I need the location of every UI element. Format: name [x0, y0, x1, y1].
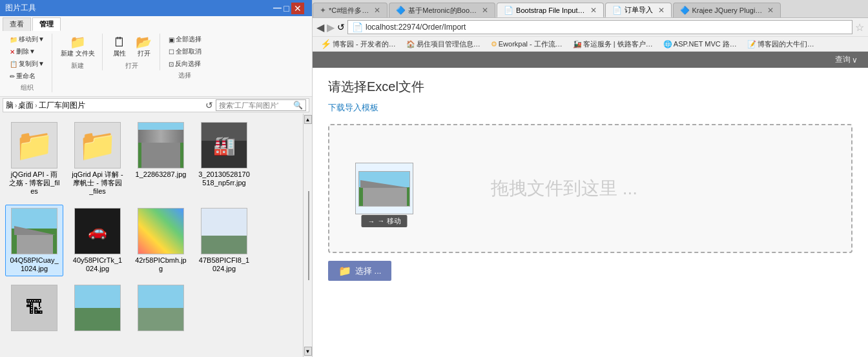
bookmarks-bar: ⚡ 博客园 - 开发者的… 🏠 易住项目管理信息… ⚙ Eworkpal - 工…: [313, 37, 868, 52]
file-name: 1_22863287.jpg: [136, 170, 187, 179]
select-all-button[interactable]: ▣ 全部选择: [165, 34, 205, 45]
file-name: 47B58PICFI8_1024.jpg: [198, 256, 250, 273]
colorful-image: [138, 208, 183, 254]
bookmark-label: 客运服务 | 铁路客户…: [583, 39, 653, 49]
ribbon-group-open: 🗒 属性 📂 打开 打开: [104, 34, 160, 70]
folder-icon: 📁: [15, 127, 54, 163]
maximize-icon[interactable]: □: [284, 3, 289, 14]
picture-tools-label: 图片工具: [5, 3, 36, 14]
search-box: 🔍: [216, 99, 306, 111]
choose-file-button[interactable]: 📁 选择 ...: [328, 261, 391, 281]
drop-zone-text: 拖拽文件到这里 ...: [491, 176, 637, 201]
tab-label: Krajee JQuery Plugi…: [692, 6, 763, 14]
star-icon[interactable]: ☆: [855, 21, 864, 34]
image-thumbnail: 🏗: [11, 285, 57, 331]
list-item[interactable]: 📁 jqGrid Api 详解 - 摩帆士 - 博客园_files: [68, 119, 127, 199]
list-item[interactable]: 🏗: [5, 281, 63, 336]
move-to-button[interactable]: 📁 移动到▼: [6, 34, 48, 45]
breadcrumb: 脑 › 桌面 › 工厂车间图片: [6, 100, 203, 111]
nav-query[interactable]: 查询 ∨: [835, 54, 858, 65]
address-bar: 脑 › 桌面 › 工厂车间图片 ↺ 🔍: [3, 98, 309, 112]
list-item[interactable]: 42r58PICbmh.jpg: [132, 205, 190, 276]
forward-icon[interactable]: ▶: [327, 21, 335, 34]
tab-label: Bootstrap File Input…: [516, 6, 584, 14]
list-item[interactable]: 🏭 3_20130528170518_np5rr.jpg: [195, 119, 253, 199]
bookmark-aspnet[interactable]: 🌐 ASP.NET MVC 路…: [659, 39, 741, 50]
tab-close-icon[interactable]: ✕: [482, 6, 488, 15]
image-thumbnail: [138, 122, 184, 168]
scroll-down-button[interactable]: ▼: [304, 347, 312, 356]
rename-button[interactable]: ✏ 重命名: [6, 70, 48, 82]
ribbon-group-select: ▣ 全部选择 ☐ 全部取消 ⊡ 反向选择 选择: [161, 34, 209, 80]
dragged-file-container: → → 移动: [355, 163, 413, 214]
properties-button[interactable]: 🗒 属性: [108, 34, 131, 60]
open-button[interactable]: 📂 打开: [132, 34, 156, 60]
scrollbar[interactable]: ▲ ▼: [303, 114, 312, 357]
search-input[interactable]: [219, 101, 293, 109]
select-label: 选择: [178, 71, 191, 80]
bookmark-eworkpal[interactable]: ⚙ Eworkpal - 工作流…: [487, 39, 566, 50]
bookmark-icon: ⚡: [320, 39, 331, 49]
ribbon-tab-view[interactable]: 查看: [3, 17, 31, 31]
list-item[interactable]: 04Q58PICuay_1024.jpg: [5, 205, 63, 276]
tab-close-icon[interactable]: ✕: [658, 6, 665, 15]
nav-query-label: 查询: [835, 54, 851, 65]
open-buttons: 🗒 属性 📂 打开: [108, 34, 156, 60]
list-item[interactable]: 🚗 40y58PICrTk_1024.jpg: [68, 205, 127, 276]
list-item[interactable]: 📁 jQGrid API - 雨之殇 - 博客园_files: [5, 119, 63, 199]
browser-address-bar: ◀ ▶ ↺ 📄 localhost:22974/Order/Import ☆: [313, 18, 868, 37]
tab-metronic[interactable]: 🔷 基于Metronic的Boo… ✕: [389, 3, 495, 17]
organize-buttons: 📁 移动到▼ ✕ 删除▼ 📋 复制到▼ ✏: [6, 34, 48, 82]
image-thumbnail: [138, 285, 184, 331]
tab-csharp[interactable]: ✦ *C#组件多… ✕: [313, 3, 388, 17]
refresh-icon[interactable]: ↺: [205, 100, 213, 110]
bookmark-railway[interactable]: 🚂 客运服务 | 铁路客户…: [569, 39, 657, 50]
close-icon[interactable]: ✕: [291, 3, 304, 14]
bookmark-bokeyuan2[interactable]: 📝 博客园的大牛们…: [743, 39, 818, 50]
tab-label: 基于Metronic的Boo…: [408, 6, 477, 15]
workers-image: 🏭: [202, 122, 247, 168]
web-main: 请选择Excel文件 下载导入模板 → → 移动: [313, 68, 868, 357]
image-thumbnail: [201, 208, 247, 254]
download-template-link[interactable]: 下载导入模板: [328, 102, 852, 114]
tab-close-icon[interactable]: ✕: [767, 6, 774, 15]
tab-krajee[interactable]: 🔷 Krajee JQuery Plugi… ✕: [673, 3, 781, 17]
file-name: 42r58PICbmh.jpg: [135, 256, 187, 273]
tab-close-icon[interactable]: ✕: [590, 6, 597, 15]
car-image: 🚗: [75, 208, 120, 254]
choose-button-label: 选择 ...: [355, 265, 381, 277]
list-item[interactable]: 47B58PICFI8_1024.jpg: [195, 205, 253, 276]
deselect-button[interactable]: ☐ 全部取消: [165, 46, 205, 57]
refresh-browser-icon[interactable]: ↺: [337, 22, 345, 32]
page-title: 请选择Excel文件: [328, 78, 852, 96]
file-name: 3_20130528170518_np5rr.jpg: [198, 170, 250, 187]
open-label: 打开: [125, 61, 138, 70]
tab-bootstrap-file-input[interactable]: 📄 Bootstrap File Input… ✕: [497, 3, 603, 17]
ribbon-tab-manage[interactable]: 管理: [32, 17, 61, 31]
drop-zone[interactable]: → → 移动 拖拽文件到这里 ...: [328, 124, 852, 253]
scroll-up-button[interactable]: ▲: [304, 115, 312, 124]
bookmark-label: 博客园 - 开发者的…: [333, 39, 396, 49]
file-name: jqGrid Api 详解 - 摩帆士 - 博客园_files: [72, 170, 123, 196]
new-folder-button[interactable]: 📁 新建 文件夹: [57, 34, 98, 60]
list-item[interactable]: [132, 281, 190, 336]
tab-order-import[interactable]: 📄 订单导入 ✕: [605, 3, 672, 17]
delete-button[interactable]: ✕ 删除▼: [6, 46, 48, 57]
copy-to-button[interactable]: 📋 复制到▼: [6, 58, 48, 70]
search-icon[interactable]: 🔍: [293, 101, 303, 110]
tab-close-icon[interactable]: ✕: [374, 6, 380, 15]
minimize-icon[interactable]: ─: [273, 1, 282, 14]
list-item[interactable]: [68, 281, 127, 336]
picture-tools-bar: 图片工具 ─ □ ✕: [0, 0, 312, 16]
bookmark-bokeyuan[interactable]: ⚡ 博客园 - 开发者的…: [316, 38, 400, 50]
breadcrumb-sep2: ›: [35, 102, 37, 109]
back-icon[interactable]: ◀: [316, 21, 324, 34]
url-bar[interactable]: 📄 localhost:22974/Order/Import: [347, 20, 852, 34]
invert-button[interactable]: ⊡ 反向选择: [165, 58, 205, 70]
list-item[interactable]: 1_22863287.jpg: [132, 119, 190, 199]
folder-icon: 📁: [78, 127, 117, 163]
scroll-thumb[interactable]: [308, 191, 309, 280]
ribbon-tabs: 查看 管理: [3, 17, 309, 31]
bookmark-yizhu[interactable]: 🏠 易住项目管理信息…: [402, 39, 484, 50]
select-all-icon: ▣: [169, 36, 174, 43]
